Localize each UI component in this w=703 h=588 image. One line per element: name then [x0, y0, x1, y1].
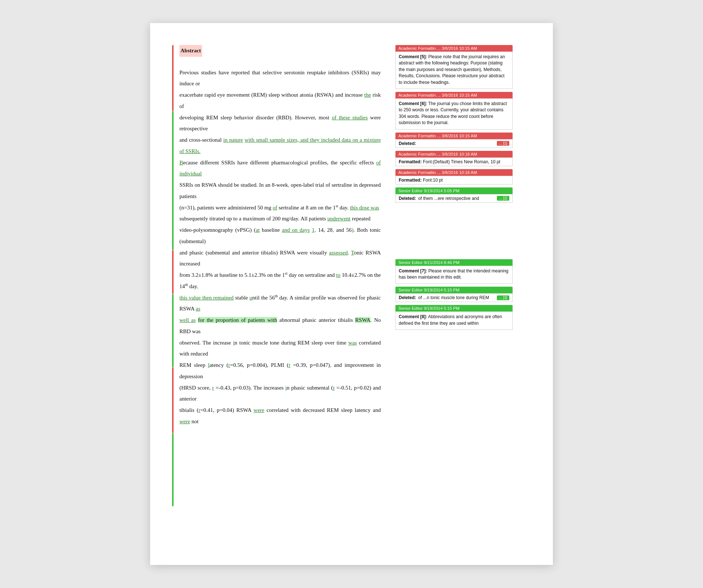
document-text: Previous studies have reported that sele…	[179, 67, 381, 427]
comment-6-label: Comment [6]:	[399, 101, 427, 106]
comment-7-label: Comment [7]:	[399, 268, 427, 273]
formatted-2-body: Formatted: Font:10 pt	[395, 176, 513, 185]
comment-6-header: Academic Formattin..., 3/8/2016 10:15 AM	[395, 92, 513, 98]
paragraph-4: and cross-sectional in nature with small…	[179, 134, 381, 157]
paragraph-8: subsequently titrated up to a maximum of…	[179, 213, 381, 224]
paragraph-12: this value then remained stable until th…	[179, 292, 381, 315]
paragraph-13: well as for the proportion of patients w…	[179, 315, 381, 337]
paragraph-15: REM sleep latency (r=0.56, p=0.004), PLM…	[179, 360, 381, 382]
formatted-2-header: Academic Formattin..., 3/8/2016 10:18 AM	[395, 169, 513, 176]
paragraph-17: tibialis (r=0.41, p=0.04) RSWA were corr…	[179, 405, 381, 427]
change-bar-green-3	[172, 433, 174, 506]
deleted-3-header: Senior Editor 9/19/2014 5:15 PM	[395, 287, 513, 293]
paragraph-10: and phasic (submental and anterior tibia…	[179, 247, 381, 270]
document-area: Abstract Previous studies have reported …	[150, 45, 392, 543]
comment-8: Senior Editor 9/19/2014 5:15 PM Comment …	[395, 305, 513, 330]
change-bar-red-1	[172, 45, 174, 111]
change-bar-green-2	[172, 294, 174, 367]
comment-7-body: Comment [7]: Please ensure that the inte…	[395, 266, 513, 284]
paragraph-11: from 3.2±1.8% at baseline to 5.1±2.3% on…	[179, 269, 381, 292]
comment-8-label: Comment [8]:	[399, 314, 427, 319]
formatted-1: Academic Formattin..., 3/8/2016 10:18 AM…	[395, 151, 513, 166]
comment-6-body: Comment [6]: The journal you chose limit…	[395, 98, 513, 130]
deleted-1: Academic Formattin..., 3/8/2016 10:15 AM…	[395, 133, 513, 148]
comment-5-body: Comment [5]: Please note that the journa…	[395, 52, 513, 89]
deleted-1-body: Deleted: ... [1]	[395, 139, 513, 148]
paragraph-7: (n=31), patients were administered 50 mg…	[179, 202, 381, 213]
comment-5: Academic Formattin..., 3/8/2016 10:15 AM…	[395, 45, 513, 89]
paragraph-5: Because different SSRIs have different p…	[179, 157, 381, 180]
comments-area: Academic Formattin..., 3/8/2016 10:15 AM…	[392, 45, 516, 543]
formatted-1-body: Formatted: Font:(Default) Times New Roma…	[395, 157, 513, 166]
page-container: Abstract Previous studies have reported …	[150, 23, 553, 565]
paragraph-6: SSRIs on RSWA should be studied. In an 8…	[179, 179, 381, 202]
paragraph-9: video-polysomnography (vPSG) (at baselin…	[179, 224, 381, 247]
comment-7-header: Senior Editor 9/21/2014 8:46 PM	[395, 259, 513, 266]
formatted-2: Academic Formattin..., 3/8/2016 10:18 AM…	[395, 169, 513, 185]
deleted-3: Senior Editor 9/19/2014 5:15 PM Deleted:…	[395, 287, 513, 302]
deleted-1-header: Academic Formattin..., 3/8/2016 10:15 AM	[395, 133, 513, 139]
comment-6: Academic Formattin..., 3/8/2016 10:15 AM…	[395, 92, 513, 130]
deleted-3-body: Deleted: of ...n tonic muscle tone durin…	[395, 293, 513, 302]
formatted-1-header: Academic Formattin..., 3/8/2016 10:18 AM	[395, 151, 513, 157]
paragraph-1: Previous studies have reported that sele…	[179, 67, 381, 90]
abstract-label: Abstract	[179, 45, 202, 57]
deleted-2: Senior Editor 9/19/2014 5:05 PM Deleted:…	[395, 187, 513, 203]
comment-5-header: Academic Formattin..., 3/8/2016 10:15 AM	[395, 45, 513, 52]
change-bar-red-2	[172, 250, 174, 294]
comment-8-body: Comment [8]: Abbreviations and acronyms …	[395, 312, 513, 330]
comment-7: Senior Editor 9/21/2014 8:46 PM Comment …	[395, 259, 513, 284]
comment-5-label: Comment [5]:	[399, 54, 427, 59]
paragraph-14: observed. The increase in tonic muscle t…	[179, 337, 381, 360]
deleted-2-header: Senior Editor 9/19/2014 5:05 PM	[395, 187, 513, 194]
change-bar-green-1	[172, 111, 174, 250]
change-bar-red-3	[172, 367, 174, 433]
paragraph-3: developing REM sleep behavior disorder (…	[179, 112, 381, 135]
paragraph-2: exacerbate rapid eye movement (REM) slee…	[179, 89, 381, 112]
paragraph-16: (HRSD score, r =-0.43, p=0.03). The incr…	[179, 382, 381, 405]
deleted-2-body: Deleted: of them ...ere retrospective an…	[395, 194, 513, 203]
comment-8-header: Senior Editor 9/19/2014 5:15 PM	[395, 305, 513, 312]
